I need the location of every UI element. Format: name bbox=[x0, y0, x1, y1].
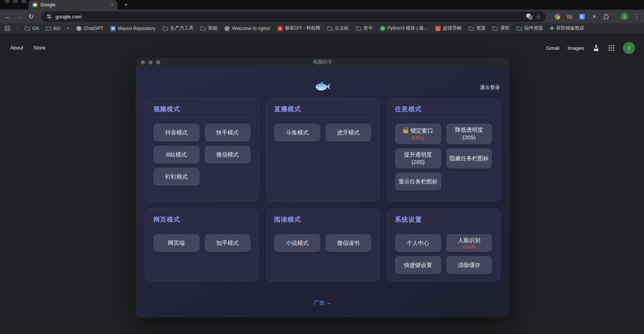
bookmark-item[interactable]: ¢极客DIY - 科创网 bbox=[277, 25, 320, 31]
translate-page-icon[interactable]: G 文 bbox=[526, 13, 532, 19]
bookmark-folder[interactable]: 生产力工具 bbox=[163, 25, 194, 31]
browser-tab-google[interactable]: Google × bbox=[28, 0, 117, 10]
dot-favicon-icon bbox=[67, 27, 69, 29]
bookmark-folder[interactable]: 资源 bbox=[469, 25, 485, 31]
google-apps-grid-icon[interactable] bbox=[608, 45, 615, 51]
mode-button[interactable]: 虎牙模式 bbox=[325, 124, 372, 142]
nginx-favicon-icon: ◦ bbox=[224, 26, 230, 31]
bookmark-label: 云主机 bbox=[335, 25, 349, 31]
panel-button-grid: 抖音模式快手模式B站模式微信模式钉钉模式 bbox=[153, 124, 251, 186]
new-tab-button[interactable]: + bbox=[124, 1, 128, 9]
mode-button[interactable]: 隐藏任务栏图标 bbox=[446, 148, 493, 169]
bookmark-folder[interactable]: 组件资源 bbox=[516, 25, 543, 31]
goggles-extension-icon[interactable] bbox=[567, 13, 573, 19]
mode-button[interactable]: 锁定窗口未锁定 bbox=[395, 124, 441, 144]
mode-button[interactable]: 清除缓存 bbox=[446, 256, 493, 274]
mode-button[interactable]: 人脸识别(已关闭) bbox=[446, 234, 493, 252]
bookmark-item[interactable]: ◦Welcome to nginx! bbox=[224, 26, 270, 31]
bookmark-folder[interactable]: 发卡 bbox=[356, 25, 373, 31]
forward-button[interactable]: → bbox=[16, 13, 23, 20]
bookmark-star-icon[interactable]: ☆ bbox=[536, 14, 541, 19]
images-link[interactable]: Images bbox=[568, 45, 584, 51]
mode-button[interactable]: 知乎模式 bbox=[205, 234, 251, 252]
bookmark-folder[interactable]: 云主机 bbox=[327, 25, 349, 31]
window-control-icon[interactable] bbox=[148, 60, 153, 64]
macos-traffic-lights[interactable] bbox=[5, 0, 26, 3]
bookmark-item[interactable]: ✳ChatGPT bbox=[76, 26, 103, 31]
bookmark-folder[interactable]: OA bbox=[25, 26, 39, 31]
google-profile-avatar[interactable]: I bbox=[623, 42, 635, 54]
panel-button-grid: 个人中心人脸识别(已关闭)快捷键设置清除缓存 bbox=[395, 234, 492, 274]
bookmark-folder[interactable]: BO bbox=[46, 26, 60, 31]
mode-button[interactable]: 微信模式 bbox=[205, 146, 251, 164]
mode-button[interactable]: 小说模式 bbox=[274, 234, 321, 252]
site-settings-icon[interactable] bbox=[46, 14, 52, 19]
store-link[interactable]: Store bbox=[33, 45, 45, 51]
bookmark-item[interactable]: ≡Python3 模块 | 菜… bbox=[380, 25, 429, 31]
minimize-window-icon[interactable] bbox=[13, 0, 18, 3]
panel-title: 视频模式 bbox=[153, 105, 251, 113]
assistant-titlebar[interactable]: 电脑助手 bbox=[136, 58, 510, 67]
panel-title: 直播模式 bbox=[274, 105, 371, 113]
tab-title: Google bbox=[40, 2, 55, 7]
labs-flask-icon[interactable] bbox=[592, 44, 600, 52]
folder-icon bbox=[469, 26, 474, 31]
assistant-content: 退出登录 视频模式抖音模式快手模式B站模式微信模式钉钉模式直播模式斗鱼模式虎牙 bbox=[136, 67, 510, 318]
bookmark-label: 资源 bbox=[476, 25, 485, 31]
ad-link[interactable]: 广告 → bbox=[136, 299, 510, 306]
reload-button[interactable]: ↻ bbox=[28, 13, 34, 20]
maximize-window-icon[interactable] bbox=[21, 0, 26, 3]
mode-button-label2: (205) bbox=[463, 134, 476, 141]
tab-close-icon[interactable]: × bbox=[111, 2, 114, 8]
panel-button-grid: 锁定窗口未锁定降低透明度(205)提升透明度(205)隐藏任务栏图标显示任务栏图… bbox=[395, 124, 492, 191]
url-text[interactable]: google.com bbox=[55, 14, 82, 19]
bookmark-label: 超级导购 bbox=[443, 25, 461, 31]
bookmark-item[interactable]: ✤获取模板数据 bbox=[550, 25, 584, 31]
mode-button[interactable]: 降低透明度(205) bbox=[446, 124, 493, 144]
svg-text:文: 文 bbox=[529, 16, 531, 19]
mode-button[interactable]: 快手模式 bbox=[205, 124, 251, 142]
bookmark-folder[interactable]: 课程 bbox=[493, 25, 509, 31]
logout-link[interactable]: 退出登录 bbox=[480, 84, 500, 91]
bookmark-item[interactable] bbox=[67, 27, 69, 29]
mode-button[interactable]: 显示任务栏图标 bbox=[395, 173, 441, 191]
mode-button[interactable]: 钉钉模式 bbox=[153, 168, 200, 186]
mode-button-label: 快捷键设置 bbox=[404, 261, 432, 269]
mode-button-label: 微信读书 bbox=[337, 239, 359, 247]
tab-strip: Google × + bbox=[0, 0, 644, 10]
mode-button-label: 虎牙模式 bbox=[337, 129, 359, 136]
mode-button[interactable]: 网页端 bbox=[153, 234, 200, 252]
bookmark-item[interactable]: ⌂超级导购 bbox=[435, 25, 461, 31]
browser-profile-avatar[interactable]: I bbox=[621, 13, 628, 20]
bookmark-label: 前端 bbox=[208, 25, 217, 31]
mode-button-label: 网页端 bbox=[168, 239, 185, 247]
google-translate-extension-icon[interactable]: G bbox=[579, 13, 585, 19]
close-window-icon[interactable] bbox=[5, 0, 10, 3]
extensions-puzzle-icon[interactable] bbox=[603, 13, 609, 20]
vue-devtools-extension-icon[interactable]: ▼ bbox=[591, 13, 597, 19]
side-panel-apps-icon[interactable] bbox=[4, 25, 10, 31]
assistant-window-controls[interactable] bbox=[141, 60, 160, 64]
mode-button[interactable]: B站模式 bbox=[153, 146, 200, 164]
bookmark-folder[interactable]: 前端 bbox=[200, 25, 217, 31]
mode-button[interactable]: 个人中心 bbox=[395, 234, 441, 252]
window-control-icon[interactable] bbox=[141, 60, 145, 64]
back-button[interactable]: ← bbox=[4, 13, 11, 20]
folder-icon bbox=[493, 26, 498, 31]
bookmark-label: 生产力工具 bbox=[170, 25, 194, 31]
address-bar[interactable]: google.com G 文 ☆ bbox=[42, 11, 546, 22]
browser-menu-icon[interactable]: ⋮ bbox=[634, 13, 640, 20]
mode-button-label: 斗鱼模式 bbox=[286, 129, 309, 136]
mode-button[interactable]: 斗鱼模式 bbox=[274, 124, 321, 142]
colorpicker-extension-icon[interactable] bbox=[554, 13, 560, 19]
mode-button[interactable]: 提升透明度(205) bbox=[395, 148, 441, 169]
mode-button[interactable]: 抖音模式 bbox=[153, 124, 200, 142]
panel: 阅读模式小说模式微信读书 bbox=[266, 209, 380, 281]
bookmark-item[interactable]: MMaven Repository bbox=[110, 26, 156, 31]
mode-button[interactable]: 快捷键设置 bbox=[395, 256, 441, 274]
mode-button[interactable]: 微信读书 bbox=[325, 234, 372, 252]
panel-title: 阅读模式 bbox=[274, 215, 371, 224]
gmail-link[interactable]: Gmail bbox=[546, 45, 559, 51]
about-link[interactable]: About bbox=[10, 45, 23, 51]
window-control-icon[interactable] bbox=[156, 60, 160, 64]
